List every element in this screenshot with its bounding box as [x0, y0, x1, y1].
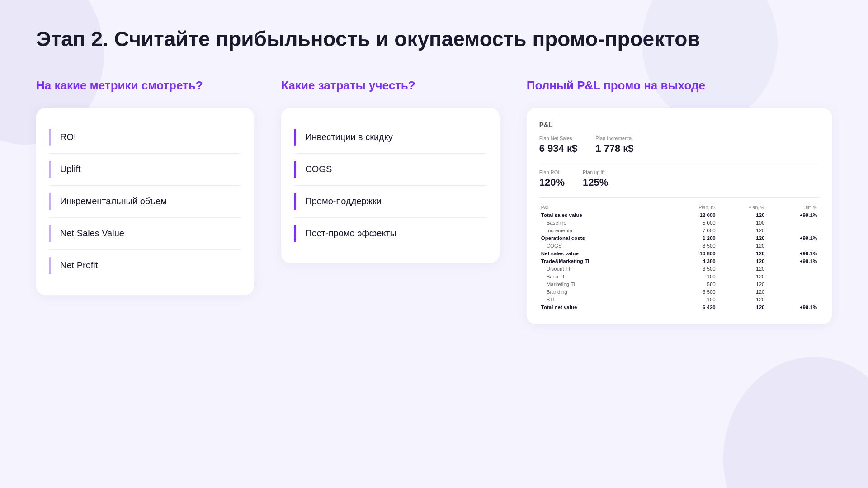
pl-incremental-value: 1 778 к$ — [595, 143, 633, 155]
pl-roi-value: 120% — [539, 177, 565, 188]
metric-item: ROI — [49, 122, 241, 154]
cost-item: Пост-промо эффекты — [294, 218, 486, 249]
table-cell-plan-ks: 7 000 — [667, 227, 717, 235]
metric-bar — [49, 257, 51, 274]
table-cell-plan-pct: 120 — [717, 211, 767, 219]
table-cell-plan-pct: 120 — [717, 265, 767, 273]
metrics-card: ROI Uplift Инкрементальный объем Net Sal… — [36, 108, 254, 295]
pl-card-title: P&L — [539, 121, 819, 128]
costs-card: Инвестиции в скидку COGS Промо-поддержки… — [281, 108, 499, 263]
metric-item: Uplift — [49, 154, 241, 186]
table-row: Net sales value 10 800 120 +99.1% — [539, 250, 819, 258]
page-title: Этап 2. Считайте прибыльность и окупаемо… — [36, 27, 832, 51]
table-row: Trade&Marketing TI 4 380 120 +99.1% — [539, 258, 819, 265]
table-cell-plan-ks: 1 200 — [667, 235, 717, 242]
pl-uplift-value: 125% — [583, 177, 608, 188]
metric-bar — [49, 193, 51, 210]
col-plan-ks: Plan, к$ — [667, 203, 717, 211]
table-cell-label: Trade&Marketing TI — [539, 258, 667, 265]
table-cell-plan-ks: 100 — [667, 296, 717, 304]
table-row: Baseline 5 000 100 — [539, 219, 819, 227]
table-cell-plan-pct: 120 — [717, 227, 767, 235]
table-cell-label: COGS — [539, 242, 667, 250]
pl-column: Полный P&L промо на выходе P&L Plan Net … — [527, 78, 832, 324]
table-cell-label: BTL — [539, 296, 667, 304]
table-row: Disount TI 3 500 120 — [539, 265, 819, 273]
costs-header: Какие затраты учесть? — [281, 78, 499, 94]
table-row: Total sales value 12 000 120 +99.1% — [539, 211, 819, 219]
metric-label: Net Sales Value — [60, 228, 124, 239]
table-cell-label: Operational costs — [539, 235, 667, 242]
cost-bar — [294, 161, 296, 178]
col-plan-pct: Plan, % — [717, 203, 767, 211]
table-cell-label: Marketing TI — [539, 281, 667, 288]
table-row: Base TI 100 120 — [539, 273, 819, 281]
metric-label: Net Profit — [60, 260, 98, 271]
metrics-header: На какие метрики смотреть? — [36, 78, 254, 94]
cost-label: Пост-промо эффекты — [305, 228, 396, 239]
table-cell-label: Baseline — [539, 219, 667, 227]
table-cell-plan-ks: 3 500 — [667, 242, 717, 250]
table-cell-plan-ks: 4 380 — [667, 258, 717, 265]
table-row: Operational costs 1 200 120 +99.1% — [539, 235, 819, 242]
pl-table: P&L Plan, к$ Plan, % Diff, % Total sales… — [539, 203, 819, 311]
metric-item: Net Sales Value — [49, 218, 241, 250]
table-cell-label: Total sales value — [539, 211, 667, 219]
table-cell-label: Total net value — [539, 304, 667, 311]
pl-net-sales-label: Plan Net Sales — [539, 136, 577, 141]
table-cell-label: Net sales value — [539, 250, 667, 258]
table-row: BTL 100 120 — [539, 296, 819, 304]
cost-bar — [294, 129, 296, 146]
pl-table-body: Total sales value 12 000 120 +99.1% Base… — [539, 211, 819, 311]
cost-item: Промо-поддержки — [294, 186, 486, 218]
table-cell-plan-ks: 12 000 — [667, 211, 717, 219]
cost-bar — [294, 225, 296, 242]
table-cell-label: Branding — [539, 288, 667, 296]
table-cell-plan-pct: 120 — [717, 258, 767, 265]
table-row: Branding 3 500 120 — [539, 288, 819, 296]
table-cell-plan-pct: 100 — [717, 219, 767, 227]
table-cell-plan-pct: 120 — [717, 281, 767, 288]
table-cell-label: Base TI — [539, 273, 667, 281]
pl-summary-row1: Plan Net Sales 6 934 к$ Plan Incremental… — [539, 136, 819, 155]
table-cell-label: Incremental — [539, 227, 667, 235]
metric-bar — [49, 225, 51, 242]
col-diff: Diff, % — [766, 203, 819, 211]
table-row: Total net value 6 420 120 +99.1% — [539, 304, 819, 311]
table-cell-plan-ks: 5 000 — [667, 219, 717, 227]
pl-net-sales-value: 6 934 к$ — [539, 143, 577, 155]
metric-label: Инкрементальный объем — [60, 196, 167, 206]
pl-incremental-label: Plan Incremental — [595, 136, 633, 141]
table-cell-plan-ks: 3 500 — [667, 265, 717, 273]
table-cell-plan-pct: 120 — [717, 288, 767, 296]
pl-summary-row2: Plan ROI 120% Plan uplift 125% — [539, 169, 819, 188]
table-cell-plan-pct: 120 — [717, 296, 767, 304]
table-row: Marketing TI 560 120 — [539, 281, 819, 288]
table-cell-diff — [766, 288, 819, 296]
pl-uplift-label: Plan uplift — [583, 169, 608, 175]
table-cell-plan-ks: 100 — [667, 273, 717, 281]
metric-item: Net Profit — [49, 250, 241, 282]
metric-bar — [49, 161, 51, 178]
table-cell-plan-pct: 120 — [717, 250, 767, 258]
table-cell-diff: +99.1% — [766, 304, 819, 311]
table-cell-diff — [766, 281, 819, 288]
table-cell-plan-ks: 6 420 — [667, 304, 717, 311]
costs-column: Какие затраты учесть? Инвестиции в скидк… — [281, 78, 499, 263]
pl-roi-label: Plan ROI — [539, 169, 565, 175]
cost-label: COGS — [305, 164, 332, 174]
metric-bar — [49, 129, 51, 146]
metric-item: Инкрементальный объем — [49, 186, 241, 218]
table-cell-plan-pct: 120 — [717, 242, 767, 250]
table-cell-diff — [766, 227, 819, 235]
metric-label: Uplift — [60, 164, 81, 174]
table-cell-label: Disount TI — [539, 265, 667, 273]
table-cell-plan-pct: 120 — [717, 273, 767, 281]
cost-item: Инвестиции в скидку — [294, 122, 486, 154]
table-cell-diff — [766, 273, 819, 281]
table-cell-plan-pct: 120 — [717, 304, 767, 311]
table-cell-plan-ks: 3 500 — [667, 288, 717, 296]
cost-label: Инвестиции в скидку — [305, 132, 392, 142]
table-row: COGS 3 500 120 — [539, 242, 819, 250]
table-cell-diff — [766, 265, 819, 273]
